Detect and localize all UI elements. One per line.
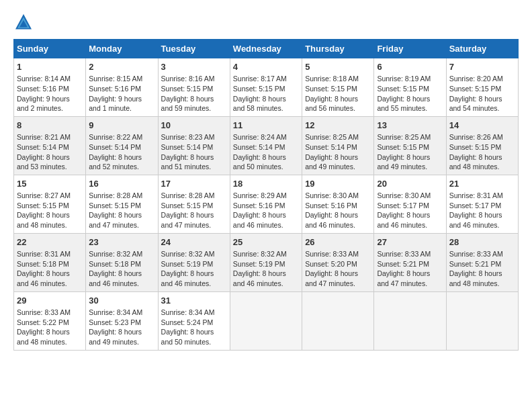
day-info: Sunset: 5:15 PM bbox=[17, 201, 83, 211]
day-info: Sunset: 5:15 PM bbox=[449, 142, 515, 152]
day-info: Daylight: 8 hours bbox=[377, 94, 443, 104]
col-header-saturday: Saturday bbox=[446, 40, 518, 58]
day-info: and 46 minutes. bbox=[89, 279, 154, 289]
calendar-cell: 20Sunrise: 8:30 AMSunset: 5:17 PMDayligh… bbox=[374, 175, 446, 233]
day-info: Sunset: 5:19 PM bbox=[233, 259, 299, 269]
day-info: and 48 minutes. bbox=[17, 220, 83, 230]
day-info: Sunrise: 8:28 AM bbox=[89, 191, 154, 201]
day-info: Sunrise: 8:26 AM bbox=[449, 132, 515, 142]
day-info: Daylight: 8 hours bbox=[161, 152, 227, 163]
logo bbox=[13, 12, 36, 32]
day-info: Sunset: 5:15 PM bbox=[377, 84, 443, 94]
day-number: 14 bbox=[449, 120, 515, 132]
calendar-row-5: 29Sunrise: 8:33 AMSunset: 5:22 PMDayligh… bbox=[14, 291, 519, 350]
header-row: SundayMondayTuesdayWednesdayThursdayFrid… bbox=[14, 40, 519, 58]
day-info: Daylight: 8 hours bbox=[161, 94, 227, 104]
day-info: Sunrise: 8:31 AM bbox=[17, 249, 83, 259]
day-info: Sunrise: 8:18 AM bbox=[305, 74, 371, 84]
day-number: 25 bbox=[233, 236, 299, 248]
day-info: Sunrise: 8:33 AM bbox=[449, 249, 515, 259]
day-number: 5 bbox=[305, 61, 371, 73]
day-info: Daylight: 8 hours bbox=[377, 152, 443, 163]
calendar-cell: 17Sunrise: 8:28 AMSunset: 5:15 PMDayligh… bbox=[158, 175, 230, 233]
day-info: Daylight: 8 hours bbox=[89, 152, 154, 163]
day-info: Sunrise: 8:34 AM bbox=[161, 308, 227, 318]
day-info: Sunrise: 8:30 AM bbox=[377, 191, 443, 201]
day-info: Sunrise: 8:25 AM bbox=[377, 132, 443, 142]
day-number: 24 bbox=[161, 236, 227, 248]
day-number: 8 bbox=[17, 120, 83, 132]
col-header-thursday: Thursday bbox=[302, 40, 374, 58]
day-info: Daylight: 8 hours bbox=[161, 269, 227, 279]
day-info: Sunset: 5:21 PM bbox=[449, 259, 515, 269]
day-info: and 49 minutes. bbox=[305, 162, 371, 172]
calendar-cell: 15Sunrise: 8:27 AMSunset: 5:15 PMDayligh… bbox=[14, 175, 86, 233]
day-info: Sunset: 5:15 PM bbox=[377, 142, 443, 152]
calendar-cell: 8Sunrise: 8:21 AMSunset: 5:14 PMDaylight… bbox=[14, 116, 86, 175]
calendar-table: SundayMondayTuesdayWednesdayThursdayFrid… bbox=[13, 39, 519, 351]
day-number: 13 bbox=[377, 120, 443, 132]
day-info: Daylight: 8 hours bbox=[89, 269, 154, 279]
day-info: Daylight: 8 hours bbox=[17, 327, 83, 337]
day-info: Sunset: 5:15 PM bbox=[305, 84, 371, 94]
calendar-cell: 11Sunrise: 8:24 AMSunset: 5:14 PMDayligh… bbox=[230, 116, 302, 175]
calendar-cell: 21Sunrise: 8:31 AMSunset: 5:17 PMDayligh… bbox=[446, 175, 518, 233]
calendar-cell: 9Sunrise: 8:22 AMSunset: 5:14 PMDaylight… bbox=[86, 116, 158, 175]
day-number: 18 bbox=[233, 178, 299, 190]
day-info: and 46 minutes. bbox=[449, 220, 515, 230]
day-info: Sunrise: 8:31 AM bbox=[449, 191, 515, 201]
day-info: and 48 minutes. bbox=[449, 162, 515, 172]
day-info: Sunset: 5:14 PM bbox=[89, 142, 154, 152]
day-info: and 47 minutes. bbox=[377, 279, 443, 289]
day-info: Sunrise: 8:21 AM bbox=[17, 132, 83, 142]
day-number: 27 bbox=[377, 236, 443, 248]
day-info: Sunset: 5:18 PM bbox=[17, 259, 83, 269]
day-info: Sunrise: 8:28 AM bbox=[161, 191, 227, 201]
calendar-cell: 30Sunrise: 8:34 AMSunset: 5:23 PMDayligh… bbox=[86, 291, 158, 350]
day-info: Daylight: 8 hours bbox=[161, 327, 227, 337]
day-info: Daylight: 8 hours bbox=[233, 94, 299, 104]
day-info: Sunset: 5:15 PM bbox=[449, 84, 515, 94]
day-info: Daylight: 8 hours bbox=[233, 210, 299, 220]
day-info: Sunset: 5:16 PM bbox=[17, 84, 83, 94]
day-info: Daylight: 8 hours bbox=[17, 210, 83, 220]
calendar-row-3: 15Sunrise: 8:27 AMSunset: 5:15 PMDayligh… bbox=[14, 175, 519, 233]
day-number: 30 bbox=[89, 295, 154, 307]
day-info: and 50 minutes. bbox=[233, 162, 299, 172]
col-header-monday: Monday bbox=[86, 40, 158, 58]
day-info: Daylight: 8 hours bbox=[305, 152, 371, 163]
day-number: 26 bbox=[305, 236, 371, 248]
day-info: and 49 minutes. bbox=[89, 337, 154, 347]
day-info: Sunset: 5:14 PM bbox=[305, 142, 371, 152]
day-info: Sunrise: 8:29 AM bbox=[233, 191, 299, 201]
day-info: Sunset: 5:24 PM bbox=[161, 318, 227, 328]
day-info: Sunset: 5:19 PM bbox=[161, 259, 227, 269]
day-number: 4 bbox=[233, 61, 299, 73]
col-header-tuesday: Tuesday bbox=[158, 40, 230, 58]
day-number: 2 bbox=[89, 61, 154, 73]
calendar-cell: 1Sunrise: 8:14 AMSunset: 5:16 PMDaylight… bbox=[14, 58, 86, 117]
calendar-cell: 18Sunrise: 8:29 AMSunset: 5:16 PMDayligh… bbox=[230, 175, 302, 233]
day-info: Sunset: 5:18 PM bbox=[89, 259, 154, 269]
calendar-cell: 16Sunrise: 8:28 AMSunset: 5:15 PMDayligh… bbox=[86, 175, 158, 233]
day-info: and 50 minutes. bbox=[161, 337, 227, 347]
day-number: 11 bbox=[233, 120, 299, 132]
day-info: and 48 minutes. bbox=[449, 279, 515, 289]
calendar-cell: 26Sunrise: 8:33 AMSunset: 5:20 PMDayligh… bbox=[302, 233, 374, 291]
day-number: 7 bbox=[449, 61, 515, 73]
day-info: and 49 minutes. bbox=[377, 162, 443, 172]
day-info: Sunrise: 8:33 AM bbox=[377, 249, 443, 259]
calendar-cell: 24Sunrise: 8:32 AMSunset: 5:19 PMDayligh… bbox=[158, 233, 230, 291]
day-info: Daylight: 8 hours bbox=[377, 210, 443, 220]
day-info: Daylight: 8 hours bbox=[17, 152, 83, 163]
day-info: Sunrise: 8:16 AM bbox=[161, 74, 227, 84]
day-info: Sunrise: 8:34 AM bbox=[89, 308, 154, 318]
calendar-cell bbox=[302, 291, 374, 350]
calendar-cell: 23Sunrise: 8:32 AMSunset: 5:18 PMDayligh… bbox=[86, 233, 158, 291]
calendar-cell: 5Sunrise: 8:18 AMSunset: 5:15 PMDaylight… bbox=[302, 58, 374, 117]
day-info: Sunset: 5:21 PM bbox=[377, 259, 443, 269]
day-number: 29 bbox=[17, 295, 83, 307]
day-info: Daylight: 8 hours bbox=[449, 152, 515, 163]
day-info: and 46 minutes. bbox=[233, 220, 299, 230]
header bbox=[13, 12, 519, 32]
